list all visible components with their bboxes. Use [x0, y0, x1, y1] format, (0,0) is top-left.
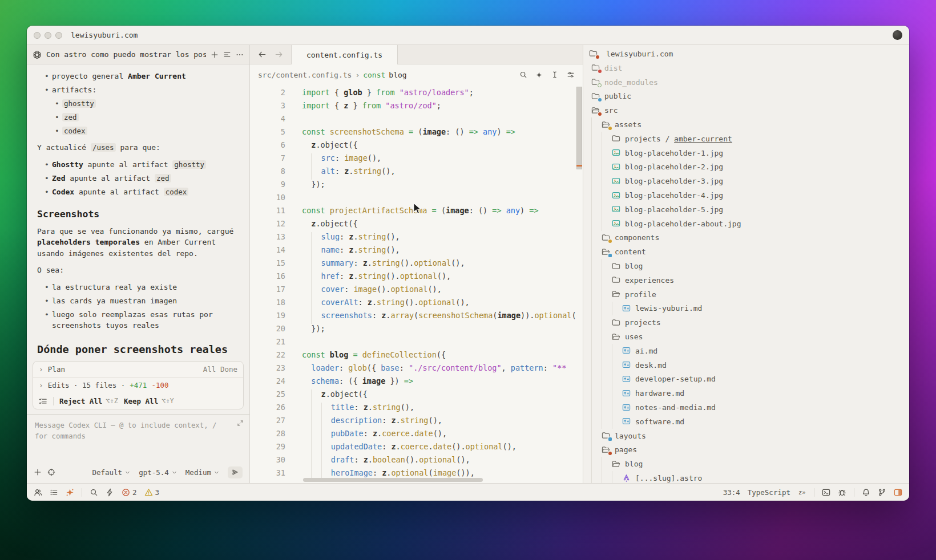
bolt-icon[interactable] [106, 488, 114, 497]
code-line[interactable]: 14 name: z.string(), [250, 245, 575, 258]
tree-item[interactable]: developer-setup.md [583, 372, 909, 387]
tree-item[interactable]: blog-placeholder-5.jpg [583, 202, 909, 217]
text-cursor-icon[interactable] [551, 71, 559, 79]
tree-item[interactable]: blog-placeholder-2.jpg [583, 160, 909, 175]
bug-icon[interactable] [838, 488, 846, 497]
tree-item[interactable]: projects [583, 315, 909, 330]
code-line[interactable]: 6 z.object({ [250, 140, 575, 153]
error-indicator[interactable]: 2 [122, 488, 137, 497]
tree-item[interactable]: experiences [583, 273, 909, 287]
status-text[interactable]: TypeScript [748, 488, 790, 497]
code-line[interactable]: 16 href: z.string().optional(), [250, 271, 575, 285]
tree-item[interactable]: software.md [583, 415, 909, 429]
tree-item[interactable]: blog-placeholder-4.jpg [583, 188, 909, 202]
editor-scrollbar[interactable] [576, 85, 583, 483]
warning-indicator[interactable]: 3 [144, 488, 160, 497]
plan-row[interactable]: › Plan All Done [33, 362, 243, 377]
tree-item[interactable]: ai.md [583, 344, 909, 358]
agent-sparkle-icon[interactable] [66, 488, 74, 497]
tree-item[interactable]: assets [583, 117, 909, 132]
add-context-button[interactable] [34, 468, 42, 476]
minimize-icon[interactable] [45, 32, 51, 39]
history-icon[interactable] [223, 51, 231, 59]
bell-icon[interactable] [862, 488, 870, 497]
code-line[interactable]: 22const blog = defineCollection({ [250, 350, 575, 363]
code-line[interactable]: 21 [250, 337, 575, 350]
tree-item[interactable]: dist [583, 61, 909, 75]
tree-item[interactable]: uses [583, 330, 909, 344]
tree-item[interactable]: layouts [583, 429, 909, 443]
tree-item[interactable]: hardware.md [583, 386, 909, 400]
code-line[interactable]: 4 [250, 114, 575, 127]
search-icon[interactable] [519, 71, 527, 79]
code-line[interactable]: 3import { z } from "astro/zod"; [250, 101, 575, 114]
tree-item[interactable]: node_modules [583, 75, 909, 90]
code-line[interactable]: 15 summary: z.string().optional(), [250, 258, 575, 271]
tree-item[interactable]: profile [583, 287, 909, 302]
model-selector[interactable]: gpt-5.4 [139, 468, 177, 477]
tree-item[interactable]: blog [583, 457, 909, 471]
tree-item[interactable]: [...slug].astro [583, 471, 909, 483]
edits-row[interactable]: › Edits · 15 files · +471 -100 [33, 377, 243, 393]
code-line[interactable]: 13 slug: z.string(), [250, 232, 575, 245]
outline-icon[interactable] [50, 488, 58, 497]
terminal-icon[interactable] [822, 488, 830, 497]
people-icon[interactable] [34, 488, 42, 497]
search-icon[interactable] [90, 488, 98, 497]
code-line[interactable]: 26 title: z.string(), [250, 403, 575, 416]
horizontal-scrollbar-thumb[interactable] [303, 478, 483, 482]
tree-item[interactable]: content [583, 245, 909, 259]
git-branch-icon[interactable] [878, 488, 886, 497]
tree-item[interactable]: lewis-yuburi.md [583, 302, 909, 316]
code-editor[interactable]: 2import { glob } from "astro/loaders";3i… [250, 85, 583, 483]
more-menu-icon[interactable] [236, 51, 244, 59]
maximize-icon[interactable] [55, 32, 62, 39]
sparkle-icon[interactable] [535, 71, 543, 79]
tree-item[interactable]: public [583, 90, 909, 104]
tree-item[interactable]: pages [583, 443, 909, 457]
code-line[interactable]: 11const projectArtifactSchema = (image: … [250, 206, 575, 219]
code-line[interactable]: 18 coverAlt: z.string().optional(), [250, 298, 575, 311]
code-line[interactable]: 2import { glob } from "astro/loaders"; [250, 88, 575, 101]
tree-item[interactable]: desk.md [583, 358, 909, 372]
edit-prediction-icon[interactable]: z» [798, 488, 806, 497]
code-line[interactable]: 25 z.object({ [250, 389, 575, 403]
effort-selector[interactable]: Medium [185, 468, 220, 477]
send-button[interactable] [228, 466, 243, 478]
code-line[interactable]: 9 }); [250, 180, 575, 193]
reject-all-button[interactable]: Reject All ⌥⇧Z [59, 397, 118, 405]
keep-all-button[interactable]: Keep All ⌥⇧Y [124, 397, 174, 405]
new-thread-button[interactable] [211, 51, 219, 59]
account-avatar[interactable] [893, 30, 902, 40]
code-line[interactable]: 12 z.object({ [250, 219, 575, 232]
code-line[interactable]: 10 [250, 193, 575, 206]
tree-item[interactable]: blog-placeholder-3.jpg [583, 174, 909, 188]
tree-item[interactable]: projects / amber-current [583, 132, 909, 146]
status-text[interactable]: 33:4 [723, 488, 740, 497]
review-diff-icon[interactable] [39, 397, 47, 405]
breadcrumb[interactable]: src/content.config.ts › const blog [250, 64, 583, 85]
tree-item[interactable]: components [583, 231, 909, 245]
tree-item[interactable]: notes-and-media.md [583, 400, 909, 415]
nav-forward-icon[interactable] [275, 50, 283, 59]
tree-item[interactable]: blog [583, 259, 909, 273]
tree-item[interactable]: src [583, 103, 909, 117]
profile-selector[interactable]: Default [92, 468, 131, 477]
code-line[interactable]: 28 pubDate: z.coerce.date(), [250, 429, 575, 442]
code-line[interactable]: 24 schema: ({ image }) => [250, 376, 575, 389]
dock-right-icon[interactable] [894, 488, 902, 497]
code-line[interactable]: 17 cover: image().optional(), [250, 285, 575, 298]
code-line[interactable]: 23 loader: glob({ base: "./src/content/b… [250, 363, 575, 376]
expand-composer-icon[interactable] [237, 420, 244, 427]
code-line[interactable]: 27 description: z.string(), [250, 416, 575, 429]
code-line[interactable]: 8 alt: z.string(), [250, 167, 575, 180]
project-root[interactable]: lewisyuburi.com [583, 45, 909, 61]
close-icon[interactable] [34, 32, 41, 39]
burn-mode-icon[interactable] [47, 468, 55, 476]
tree-item[interactable]: blog-placeholder-about.jpg [583, 217, 909, 231]
code-line[interactable]: 19 screenshots: z.array(screenshotSchema… [250, 311, 575, 324]
code-line[interactable]: 5const screenshotSchema = (image: () => … [250, 127, 575, 140]
code-line[interactable]: 29 updatedDate: z.coerce.date().optional… [250, 442, 575, 455]
code-line[interactable]: 20 }); [250, 324, 575, 337]
agent-thread-title[interactable]: Con astro como puedo mostrar los posts [46, 50, 206, 59]
